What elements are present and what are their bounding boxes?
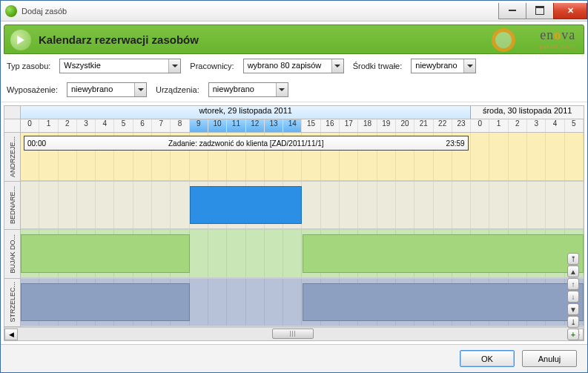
filter-bar: Typ zasobu: Wszystkie Pracownicy: wybran…	[1, 54, 587, 102]
hour-cell[interactable]: 1	[489, 119, 508, 132]
minimize-button[interactable]	[498, 3, 526, 19]
hour-cell[interactable]: 8	[171, 119, 189, 132]
hour-cell[interactable]: 21	[414, 119, 433, 132]
scroll-left-button[interactable]: ◀	[4, 329, 18, 340]
reservation-block[interactable]	[303, 283, 584, 322]
hour-cell[interactable]: 18	[358, 119, 377, 132]
page-title: Kalendarz rezerwacji zasobów	[39, 33, 199, 46]
day-header: wtorek, 29 listopada 2011 środa, 30 list…	[4, 106, 584, 119]
reservation-block[interactable]	[21, 283, 190, 322]
hour-cell[interactable]: 19	[377, 119, 396, 132]
hour-cell[interactable]: 11	[227, 119, 245, 132]
app-icon	[5, 5, 17, 17]
calendar-grid: wtorek, 29 listopada 2011 środa, 30 list…	[4, 105, 584, 341]
row-label-andrzej[interactable]: ANDRZEJE...	[4, 133, 20, 182]
hour-cell[interactable]: 3	[527, 119, 546, 132]
side-controls: ⤒ ▲ ↑ ↓ ▼ ⤓ + −	[567, 253, 579, 341]
row-label-strzel[interactable]: STRZELEC...	[4, 279, 20, 328]
hour-cell[interactable]: 0	[21, 119, 39, 132]
add-button[interactable]: +	[567, 329, 579, 340]
cancel-button[interactable]: Anuluj	[522, 350, 577, 367]
brand-logo: enova pakiet złoty	[539, 27, 576, 50]
scroll-top-button[interactable]: ⤒	[567, 253, 579, 265]
hour-header: 0123456789101112131415161718192021222301…	[4, 119, 584, 133]
hour-cell[interactable]: 1	[39, 119, 58, 132]
hour-cell[interactable]: 16	[321, 119, 340, 132]
day2-label[interactable]: środa, 30 listopada 2011	[471, 106, 584, 119]
wyposazenie-combo[interactable]: niewybrano	[67, 82, 147, 97]
h-scrollbar[interactable]: ◀ ▶	[4, 327, 584, 340]
urzadzenia-combo[interactable]: niewybrano	[208, 82, 288, 97]
calendar-row[interactable]	[21, 182, 584, 231]
hour-cell[interactable]: 2	[59, 119, 77, 132]
pracownicy-label: Pracownicy:	[190, 62, 234, 70]
urzadzenia-label: Urządzenia:	[156, 85, 199, 94]
hour-cell[interactable]: 7	[152, 119, 171, 132]
play-icon	[10, 30, 31, 50]
chevron-down-icon	[276, 83, 288, 96]
hour-cell[interactable]: 20	[396, 119, 414, 132]
hour-cell[interactable]: 23	[452, 119, 471, 132]
hour-cell[interactable]: 22	[434, 119, 452, 132]
scroll-thumb[interactable]	[272, 329, 314, 339]
ok-button[interactable]: OK	[460, 350, 515, 367]
logo-ring-icon	[492, 28, 515, 52]
scroll-down-button[interactable]: ▼	[567, 303, 579, 315]
scroll-up-button[interactable]: ▲	[567, 265, 579, 277]
hour-cell[interactable]: 13	[265, 119, 283, 132]
task-bar[interactable]: 00:00Zadanie: zadzwonić do klienta [ZAD/…	[24, 136, 469, 151]
row-label-bujak[interactable]: BUJAK DO...	[4, 230, 20, 279]
move-up-button[interactable]: ↑	[567, 278, 579, 290]
window-title: Dodaj zasób	[22, 7, 67, 16]
titlebar: Dodaj zasób	[1, 1, 587, 22]
hour-cell[interactable]: 10	[208, 119, 227, 132]
move-down-button[interactable]: ↓	[567, 291, 579, 303]
hour-cell[interactable]: 9	[190, 119, 208, 132]
wyposazenie-label: Wyposażenie:	[7, 85, 58, 94]
scroll-bottom-button[interactable]: ⤓	[567, 316, 579, 328]
typ-label: Typ zasobu:	[7, 62, 50, 70]
header-banner: Kalendarz rezerwacji zasobów enova pakie…	[4, 24, 584, 54]
calendar-row[interactable]: 00:00Zadanie: zadzwonić do klienta [ZAD/…	[21, 133, 584, 182]
hour-cell[interactable]: 0	[471, 119, 489, 132]
hour-cell[interactable]: 5	[565, 119, 584, 132]
day1-label[interactable]: wtorek, 29 listopada 2011	[21, 106, 471, 119]
hour-cell[interactable]: 2	[509, 119, 527, 132]
hour-cell[interactable]: 12	[246, 119, 265, 132]
hour-cell[interactable]: 6	[133, 119, 152, 132]
hour-cell[interactable]: 5	[114, 119, 133, 132]
hour-cell[interactable]: 4	[96, 119, 114, 132]
close-button[interactable]	[553, 3, 587, 19]
typ-combo[interactable]: Wszystkie	[59, 59, 181, 73]
hour-cell[interactable]: 3	[77, 119, 96, 132]
reservation-block[interactable]	[190, 186, 303, 225]
hour-cell[interactable]: 14	[283, 119, 302, 132]
reservation-block[interactable]	[21, 234, 190, 273]
hour-cell[interactable]: 17	[340, 119, 358, 132]
chevron-down-icon	[331, 59, 343, 73]
hour-cell[interactable]: 15	[302, 119, 320, 132]
row-label-bednar[interactable]: BEDNARE...	[4, 182, 20, 231]
calendar-row[interactable]	[21, 279, 584, 328]
chevron-down-icon	[134, 83, 146, 96]
pracownicy-combo[interactable]: wybrano 80 zapisów	[243, 59, 344, 73]
srodki-label: Środki trwałe:	[353, 62, 403, 70]
footer: OK Anuluj	[1, 344, 587, 372]
maximize-button[interactable]	[526, 3, 554, 19]
calendar-row[interactable]	[21, 230, 584, 279]
chevron-down-icon	[463, 59, 475, 73]
chevron-down-icon	[168, 59, 180, 73]
srodki-combo[interactable]: niewybrano	[411, 59, 476, 73]
hour-cell[interactable]: 4	[546, 119, 564, 132]
reservation-block[interactable]	[303, 234, 584, 273]
